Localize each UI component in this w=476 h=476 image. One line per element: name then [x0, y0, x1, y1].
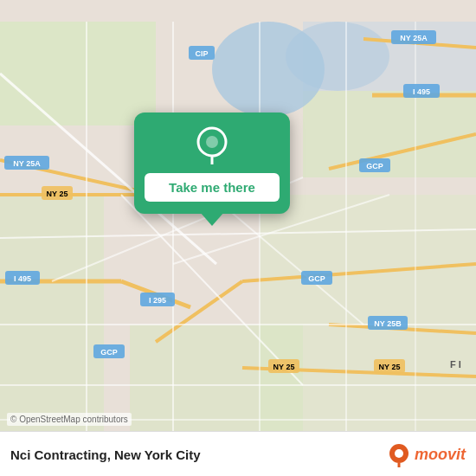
- pin-icon: [193, 126, 231, 164]
- svg-text:CIP: CIP: [195, 49, 208, 58]
- moovit-icon: [387, 443, 411, 467]
- svg-rect-1: [0, 22, 156, 125]
- svg-text:NY 25A: NY 25A: [400, 34, 428, 42]
- svg-text:I 495: I 495: [413, 87, 430, 96]
- svg-text:NY 25B: NY 25B: [374, 319, 402, 328]
- moovit-text: moovit: [415, 446, 466, 464]
- svg-text:GCP: GCP: [100, 348, 118, 357]
- svg-text:GCP: GCP: [308, 274, 325, 283]
- moovit-logo: moovit: [387, 443, 466, 467]
- map-background: NY 25A I 495 GCP GCP GCP I 495 I 295 NY …: [0, 0, 476, 476]
- bottom-bar: Nci Contracting, New York City moovit: [0, 431, 476, 476]
- svg-text:GCP: GCP: [366, 162, 383, 170]
- svg-point-62: [206, 136, 218, 148]
- svg-text:NY 25A: NY 25A: [13, 159, 41, 168]
- copyright-text: © OpenStreetMap contributors: [7, 413, 132, 426]
- svg-text:F I: F I: [450, 359, 461, 370]
- location-popup: Take me there: [134, 113, 290, 214]
- svg-point-65: [395, 449, 403, 458]
- svg-text:I 495: I 495: [14, 274, 31, 283]
- location-info: Nci Contracting, New York City: [10, 447, 201, 462]
- svg-text:I 295: I 295: [149, 296, 166, 305]
- svg-text:NY 25: NY 25: [273, 363, 295, 371]
- svg-point-8: [212, 22, 325, 117]
- svg-text:NY 25: NY 25: [379, 363, 401, 371]
- location-name: Nci Contracting, New York City: [10, 447, 201, 462]
- svg-text:NY 25: NY 25: [47, 190, 68, 198]
- map-container: NY 25A I 495 GCP GCP GCP I 495 I 295 NY …: [0, 0, 476, 476]
- take-me-there-button[interactable]: Take me there: [145, 173, 280, 202]
